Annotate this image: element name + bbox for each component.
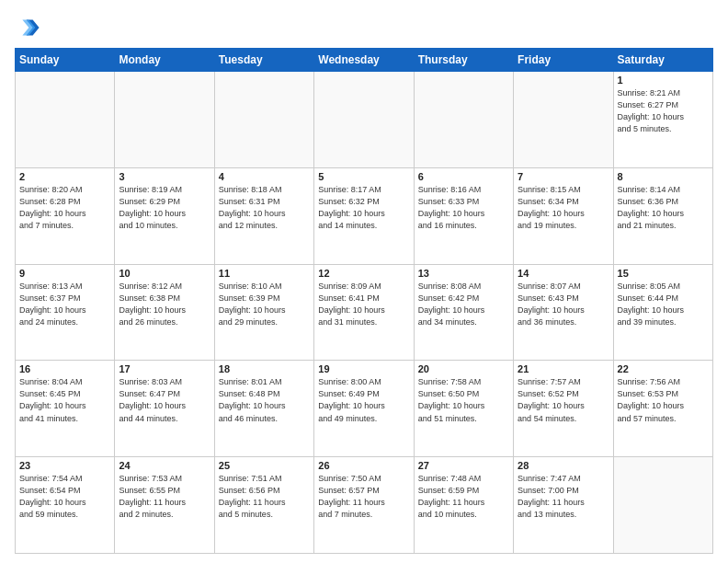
day-number: 13	[418, 268, 509, 279]
calendar-cell: 15Sunrise: 8:05 AM Sunset: 6:44 PM Dayli…	[613, 264, 712, 361]
calendar-cell: 13Sunrise: 8:08 AM Sunset: 6:42 PM Dayli…	[414, 264, 513, 361]
day-number: 3	[119, 171, 210, 182]
cell-info: Sunrise: 8:08 AM Sunset: 6:42 PM Dayligh…	[418, 281, 509, 328]
cell-info: Sunrise: 8:07 AM Sunset: 6:43 PM Dayligh…	[518, 281, 609, 328]
calendar-cell: 4Sunrise: 8:18 AM Sunset: 6:31 PM Daylig…	[214, 167, 313, 264]
calendar-cell	[613, 457, 712, 554]
day-number: 22	[618, 363, 709, 374]
cell-info: Sunrise: 8:04 AM Sunset: 6:45 PM Dayligh…	[19, 376, 110, 424]
cell-info: Sunrise: 8:19 AM Sunset: 6:29 PM Dayligh…	[119, 184, 210, 232]
cell-info: Sunrise: 8:21 AM Sunset: 6:27 PM Dayligh…	[618, 87, 709, 135]
cell-info: Sunrise: 8:05 AM Sunset: 6:44 PM Dayligh…	[618, 281, 709, 328]
weekday-header-sunday: Sunday	[16, 49, 115, 72]
cell-info: Sunrise: 8:09 AM Sunset: 6:41 PM Dayligh…	[318, 281, 409, 328]
cell-info: Sunrise: 8:01 AM Sunset: 6:48 PM Dayligh…	[219, 376, 310, 424]
calendar-cell: 16Sunrise: 8:04 AM Sunset: 6:45 PM Dayli…	[16, 361, 115, 457]
calendar-cell	[115, 72, 214, 168]
day-number: 27	[418, 460, 509, 471]
weekday-header-row: SundayMondayTuesdayWednesdayThursdayFrid…	[16, 49, 713, 72]
cell-info: Sunrise: 7:50 AM Sunset: 6:57 PM Dayligh…	[318, 473, 409, 521]
cell-info: Sunrise: 8:00 AM Sunset: 6:49 PM Dayligh…	[318, 376, 409, 424]
calendar-cell: 23Sunrise: 7:54 AM Sunset: 6:54 PM Dayli…	[16, 457, 115, 554]
day-number: 7	[518, 171, 609, 182]
day-number: 8	[618, 171, 709, 182]
cell-info: Sunrise: 8:03 AM Sunset: 6:47 PM Dayligh…	[119, 376, 210, 424]
calendar-table: SundayMondayTuesdayWednesdayThursdayFrid…	[15, 48, 713, 554]
weekday-header-monday: Monday	[115, 49, 214, 72]
day-number: 11	[219, 268, 310, 279]
calendar-cell: 27Sunrise: 7:48 AM Sunset: 6:59 PM Dayli…	[414, 457, 513, 554]
weekday-header-tuesday: Tuesday	[214, 49, 313, 72]
calendar-cell: 8Sunrise: 8:14 AM Sunset: 6:36 PM Daylig…	[613, 167, 712, 264]
calendar-cell: 10Sunrise: 8:12 AM Sunset: 6:38 PM Dayli…	[115, 264, 214, 361]
calendar-cell	[514, 72, 613, 168]
day-number: 17	[119, 363, 210, 374]
day-number: 23	[19, 460, 110, 471]
week-row-2: 2Sunrise: 8:20 AM Sunset: 6:28 PM Daylig…	[16, 167, 713, 264]
day-number: 24	[119, 460, 210, 471]
day-number: 10	[119, 268, 210, 279]
day-number: 12	[318, 268, 409, 279]
day-number: 26	[318, 460, 409, 471]
calendar-cell: 24Sunrise: 7:53 AM Sunset: 6:55 PM Dayli…	[115, 457, 214, 554]
calendar-cell: 3Sunrise: 8:19 AM Sunset: 6:29 PM Daylig…	[115, 167, 214, 264]
weekday-header-wednesday: Wednesday	[314, 49, 414, 72]
cell-info: Sunrise: 8:18 AM Sunset: 6:31 PM Dayligh…	[219, 184, 310, 232]
cell-info: Sunrise: 7:57 AM Sunset: 6:52 PM Dayligh…	[518, 376, 609, 424]
week-row-1: 1Sunrise: 8:21 AM Sunset: 6:27 PM Daylig…	[16, 72, 713, 168]
calendar-cell: 25Sunrise: 7:51 AM Sunset: 6:56 PM Dayli…	[214, 457, 313, 554]
calendar-cell: 7Sunrise: 8:15 AM Sunset: 6:34 PM Daylig…	[514, 167, 613, 264]
calendar-cell	[314, 72, 414, 168]
cell-info: Sunrise: 8:14 AM Sunset: 6:36 PM Dayligh…	[618, 184, 709, 232]
calendar-cell: 22Sunrise: 7:56 AM Sunset: 6:53 PM Dayli…	[613, 361, 712, 457]
cell-info: Sunrise: 8:12 AM Sunset: 6:38 PM Dayligh…	[119, 281, 210, 328]
calendar-cell: 14Sunrise: 8:07 AM Sunset: 6:43 PM Dayli…	[514, 264, 613, 361]
day-number: 2	[19, 171, 110, 182]
day-number: 18	[219, 363, 310, 374]
header	[15, 15, 713, 40]
day-number: 15	[618, 268, 709, 279]
calendar-cell: 19Sunrise: 8:00 AM Sunset: 6:49 PM Dayli…	[314, 361, 414, 457]
logo-icon	[15, 15, 40, 40]
day-number: 9	[19, 268, 110, 279]
week-row-5: 23Sunrise: 7:54 AM Sunset: 6:54 PM Dayli…	[16, 457, 713, 554]
weekday-header-saturday: Saturday	[613, 49, 712, 72]
page: SundayMondayTuesdayWednesdayThursdayFrid…	[0, 0, 728, 563]
cell-info: Sunrise: 7:56 AM Sunset: 6:53 PM Dayligh…	[618, 376, 709, 424]
cell-info: Sunrise: 8:10 AM Sunset: 6:39 PM Dayligh…	[219, 281, 310, 328]
day-number: 28	[518, 460, 609, 471]
calendar-cell: 20Sunrise: 7:58 AM Sunset: 6:50 PM Dayli…	[414, 361, 513, 457]
day-number: 14	[518, 268, 609, 279]
calendar-cell: 11Sunrise: 8:10 AM Sunset: 6:39 PM Dayli…	[214, 264, 313, 361]
calendar-cell: 18Sunrise: 8:01 AM Sunset: 6:48 PM Dayli…	[214, 361, 313, 457]
cell-info: Sunrise: 8:20 AM Sunset: 6:28 PM Dayligh…	[19, 184, 110, 232]
calendar-cell: 28Sunrise: 7:47 AM Sunset: 7:00 PM Dayli…	[514, 457, 613, 554]
calendar-cell: 26Sunrise: 7:50 AM Sunset: 6:57 PM Dayli…	[314, 457, 414, 554]
calendar-cell: 9Sunrise: 8:13 AM Sunset: 6:37 PM Daylig…	[16, 264, 115, 361]
cell-info: Sunrise: 7:54 AM Sunset: 6:54 PM Dayligh…	[19, 473, 110, 521]
day-number: 19	[318, 363, 409, 374]
day-number: 21	[518, 363, 609, 374]
day-number: 20	[418, 363, 509, 374]
calendar-cell: 17Sunrise: 8:03 AM Sunset: 6:47 PM Dayli…	[115, 361, 214, 457]
weekday-header-thursday: Thursday	[414, 49, 513, 72]
calendar-cell	[16, 72, 115, 168]
calendar-cell: 6Sunrise: 8:16 AM Sunset: 6:33 PM Daylig…	[414, 167, 513, 264]
week-row-3: 9Sunrise: 8:13 AM Sunset: 6:37 PM Daylig…	[16, 264, 713, 361]
day-number: 16	[19, 363, 110, 374]
cell-info: Sunrise: 7:47 AM Sunset: 7:00 PM Dayligh…	[518, 473, 609, 521]
weekday-header-friday: Friday	[514, 49, 613, 72]
cell-info: Sunrise: 7:58 AM Sunset: 6:50 PM Dayligh…	[418, 376, 509, 424]
day-number: 25	[219, 460, 310, 471]
cell-info: Sunrise: 8:16 AM Sunset: 6:33 PM Dayligh…	[418, 184, 509, 232]
cell-info: Sunrise: 8:13 AM Sunset: 6:37 PM Dayligh…	[19, 281, 110, 328]
calendar-cell	[414, 72, 513, 168]
day-number: 1	[618, 75, 709, 86]
cell-info: Sunrise: 7:53 AM Sunset: 6:55 PM Dayligh…	[119, 473, 210, 521]
day-number: 6	[418, 171, 509, 182]
calendar-cell: 2Sunrise: 8:20 AM Sunset: 6:28 PM Daylig…	[16, 167, 115, 264]
day-number: 4	[219, 171, 310, 182]
calendar-cell: 5Sunrise: 8:17 AM Sunset: 6:32 PM Daylig…	[314, 167, 414, 264]
logo	[15, 15, 44, 40]
cell-info: Sunrise: 7:48 AM Sunset: 6:59 PM Dayligh…	[418, 473, 509, 521]
